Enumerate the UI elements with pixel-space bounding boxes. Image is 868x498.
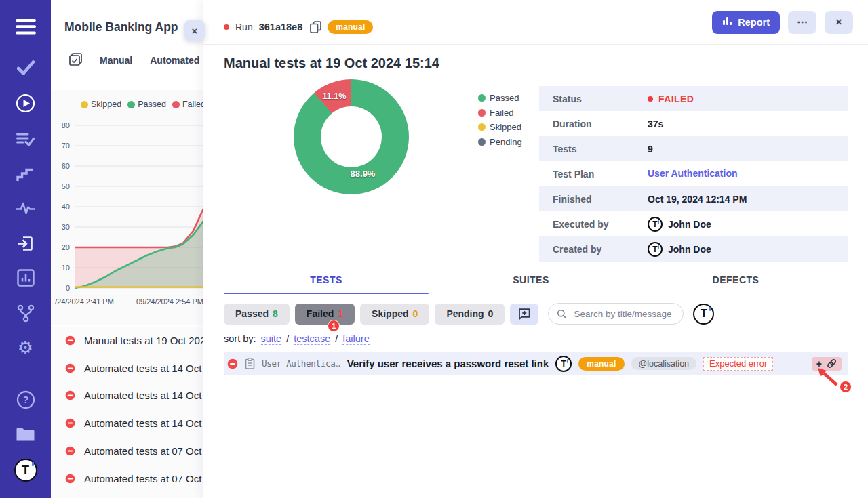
milestones-stairs-icon[interactable]: [0, 165, 51, 182]
filter-pending-button[interactable]: Pending0: [435, 304, 505, 325]
legend-dot-icon: [81, 101, 88, 108]
y-tick-label: 80: [51, 121, 70, 141]
search-input[interactable]: [572, 308, 675, 320]
project-panel: Mobile Banking App Manual Automated Skip…: [51, 0, 203, 498]
summary-label: Test Plan: [539, 169, 648, 180]
x-axis-tick: [167, 289, 167, 293]
failed-minus-icon: [65, 446, 75, 456]
sort-by-label: sort by:: [224, 333, 256, 344]
filter-passed-button[interactable]: Passed8: [224, 304, 290, 325]
summary-row: FinishedOct 19, 2024 12:14 PM: [539, 186, 848, 211]
tab-tests[interactable]: TESTS: [224, 274, 429, 294]
y-tick-label: 30: [51, 222, 70, 243]
import-login-icon[interactable]: [0, 234, 51, 253]
run-actions: Report ⋯ ×: [712, 11, 853, 34]
failed-minus-icon: [65, 474, 75, 484]
tab-automated[interactable]: Automated: [150, 55, 199, 66]
summary-value: 37s: [648, 119, 663, 129]
user-name: John Doe: [668, 244, 711, 255]
help-question-icon[interactable]: ?: [0, 390, 51, 409]
filter-skipped-button[interactable]: Skipped0: [360, 304, 429, 325]
tests-check-icon[interactable]: [0, 60, 51, 75]
y-tick-label: 10: [51, 263, 70, 283]
run-item-label: Automated tests at 07 Oct 2: [84, 445, 203, 457]
tab-suites[interactable]: SUITES: [429, 274, 633, 294]
x-axis-label-start: /24/2024 2:41 PM: [55, 297, 114, 306]
run-item-label: Automated tests at 14 Oct 2: [84, 417, 203, 429]
tab-defects[interactable]: DEFECTS: [633, 274, 838, 294]
summary-value: User Authentication: [648, 168, 738, 180]
project-header: Mobile Banking App: [51, 0, 203, 35]
copy-icon[interactable]: [310, 21, 321, 33]
filter-failed-button[interactable]: Failed11: [295, 304, 355, 325]
failed-minus-icon: [227, 358, 238, 369]
report-button-label: Report: [738, 17, 770, 28]
failed-minus-icon: [65, 363, 75, 373]
add-comment-button[interactable]: [510, 304, 538, 325]
trend-legend: SkippedPassedFailed: [51, 90, 203, 109]
filter-count: 1: [338, 308, 343, 319]
svg-text:?: ?: [22, 394, 28, 405]
run-list-item[interactable]: Manual tests at 19 Oct 2024: [51, 327, 203, 354]
test-title[interactable]: Verify user receives a password reset li…: [347, 358, 549, 369]
run-list-item[interactable]: Automated tests at 07 Oct 2: [51, 465, 203, 493]
run-list-item[interactable]: Automated tests at 14 Oct 2: [51, 382, 203, 410]
sort-by-suite[interactable]: suite: [261, 333, 282, 345]
trend-x-axis: /24/2024 2:41 PM 09/24/2024 2:54 PM: [55, 297, 203, 306]
run-id: 361a18e8: [259, 22, 303, 33]
donut-legend: PassedFailedSkippedPending: [478, 91, 522, 149]
summary-row: Test PlanUser Authentication: [539, 161, 848, 186]
app-sidebar: ⚙ ?: [0, 0, 51, 498]
donut-legend-item: Pending: [478, 135, 522, 150]
summary-row: Duration37s: [539, 111, 848, 136]
close-project-panel-button[interactable]: ×: [184, 20, 205, 41]
trend-legend-label: Failed: [182, 100, 205, 109]
active-tab-underline: [224, 293, 429, 295]
sort-separator: /: [335, 333, 338, 345]
test-result-row[interactable]: User Authentica… Verify user receives a …: [224, 352, 848, 375]
run-type-badge: manual: [328, 20, 373, 34]
summary-value: Oct 19, 2024 12:14 PM: [648, 194, 747, 205]
summary-value: John Doe: [648, 242, 711, 257]
user-avatar[interactable]: [693, 304, 714, 325]
error-message[interactable]: Expected error: [703, 357, 773, 371]
select-all-icon[interactable]: [69, 53, 82, 68]
pulse-activity-icon[interactable]: [0, 201, 51, 215]
test-tag[interactable]: @localisation: [631, 357, 697, 370]
suite-name[interactable]: User Authentica…: [262, 358, 340, 369]
test-plan-link[interactable]: User Authentication: [648, 168, 738, 180]
runs-play-icon[interactable]: [0, 94, 51, 113]
summary-value: FAILED: [648, 94, 694, 104]
plans-list-check-icon[interactable]: [0, 131, 51, 147]
menu-hamburger-icon[interactable]: [0, 19, 51, 35]
run-item-label: Automated tests at 14 Oct 2: [84, 390, 203, 401]
trend-legend-label: Passed: [138, 100, 166, 109]
run-list-item[interactable]: Automated tests at 07 Oct 2: [51, 437, 203, 465]
close-run-button[interactable]: ×: [825, 11, 853, 34]
analytics-bar-chart-icon[interactable]: [0, 269, 51, 287]
projects-folder-icon[interactable]: [0, 426, 51, 442]
search-box[interactable]: [548, 303, 684, 325]
sort-by-failure[interactable]: failure: [342, 333, 370, 345]
trend-legend-item: Passed: [127, 100, 166, 109]
legend-dot-icon: [478, 109, 486, 117]
sort-separator: /: [286, 333, 289, 345]
filter-label: Pending: [446, 308, 484, 319]
run-list-item[interactable]: Automated tests at 14 Oct 2: [51, 354, 203, 382]
tab-manual[interactable]: Manual: [100, 55, 132, 66]
more-options-button[interactable]: ⋯: [788, 11, 816, 34]
git-branch-icon[interactable]: [0, 304, 51, 323]
run-title: Manual tests at 19 Oct 2024 15:14: [224, 56, 868, 71]
x-axis-label-end: 09/24/2024 2:54 PM: [136, 297, 203, 306]
account-logo-avatar[interactable]: [0, 459, 51, 482]
y-tick-label: 20: [51, 243, 70, 263]
settings-gear-icon[interactable]: ⚙: [0, 339, 51, 356]
report-button[interactable]: Report: [712, 11, 780, 34]
run-label: Run: [235, 22, 253, 33]
summary-label: Status: [539, 94, 648, 104]
project-title: Mobile Banking App: [64, 20, 178, 34]
donut-legend-label: Skipped: [490, 122, 521, 132]
run-list-item[interactable]: Automated tests at 14 Oct 2: [51, 409, 203, 437]
sort-by-testcase[interactable]: testcase: [294, 333, 330, 345]
donut-legend-item: Skipped: [478, 120, 522, 135]
